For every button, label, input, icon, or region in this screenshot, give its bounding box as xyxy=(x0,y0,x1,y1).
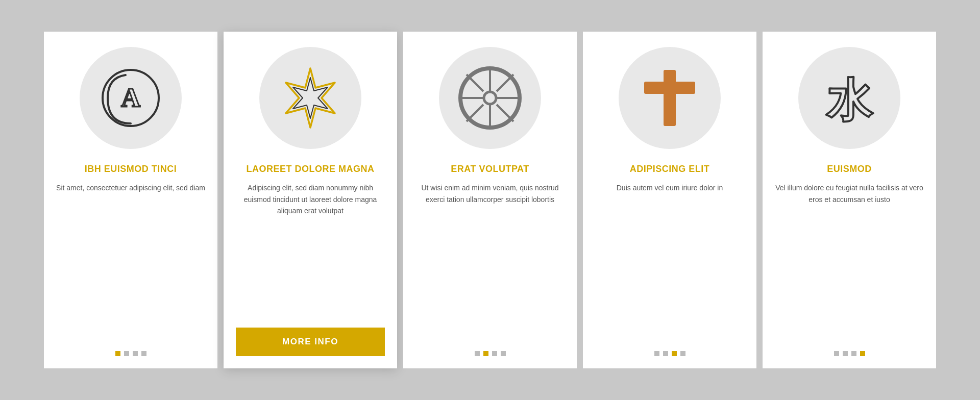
svg-line-11 xyxy=(497,105,513,121)
icon-circle-4 xyxy=(619,47,721,149)
svg-line-13 xyxy=(467,105,483,121)
svg-rect-15 xyxy=(644,82,695,94)
card-5: 水 EUISMOD Vel illum dolore eu feugiat nu… xyxy=(763,32,936,368)
icon-circle-3 xyxy=(439,47,541,149)
svg-text:水: 水 xyxy=(826,76,873,126)
dot xyxy=(680,351,685,356)
dot xyxy=(141,351,146,356)
dot xyxy=(483,351,488,356)
svg-line-10 xyxy=(467,74,483,91)
dot xyxy=(501,351,506,356)
card-4-text: Duis autem vel eum iriure dolor in xyxy=(617,182,723,341)
dot xyxy=(843,351,848,356)
svg-text:A: A xyxy=(121,83,140,112)
icon-circle-1: A xyxy=(80,47,182,149)
dot xyxy=(834,351,839,356)
card-1-text: Sit amet, consectetuer adipiscing elit, … xyxy=(56,182,205,341)
dot xyxy=(672,351,677,356)
dot xyxy=(654,351,659,356)
cards-container: A IBH EUISMOD TINCI Sit amet, consectetu… xyxy=(44,32,936,368)
cross-icon xyxy=(634,62,705,134)
dot xyxy=(124,351,129,356)
kanji-icon: 水 xyxy=(814,62,885,134)
dot xyxy=(663,351,668,356)
dot xyxy=(860,351,865,356)
dot xyxy=(475,351,480,356)
card-5-title: EUISMOD xyxy=(827,163,872,175)
dharma-icon xyxy=(454,62,526,134)
card-2: LAOREET DOLORE MAGNA Adipiscing elit, se… xyxy=(224,32,397,368)
svg-line-12 xyxy=(497,74,513,91)
card-2-title: LAOREET DOLORE MAGNA xyxy=(247,163,375,175)
card-4-dots xyxy=(654,351,685,356)
svg-point-5 xyxy=(484,92,496,104)
dot xyxy=(492,351,497,356)
icon-circle-5: 水 xyxy=(798,47,900,149)
svg-rect-14 xyxy=(664,70,676,126)
atheism-icon: A xyxy=(97,65,164,131)
dot xyxy=(851,351,856,356)
more-info-button[interactable]: MORE INFO xyxy=(236,328,385,356)
dot xyxy=(115,351,120,356)
bahai-icon xyxy=(275,62,346,134)
card-4-title: ADIPISCING ELIT xyxy=(630,163,710,175)
card-1: A IBH EUISMOD TINCI Sit amet, consectetu… xyxy=(44,32,217,368)
card-5-dots xyxy=(834,351,865,356)
icon-circle-2 xyxy=(259,47,361,149)
card-3: ERAT VOLUTPAT Ut wisi enim ad minim veni… xyxy=(403,32,577,368)
card-3-dots xyxy=(475,351,506,356)
dot xyxy=(133,351,138,356)
card-3-text: Ut wisi enim ad minim veniam, quis nostr… xyxy=(415,182,565,341)
card-2-text: Adipiscing elit, sed diam nonummy nibh e… xyxy=(236,182,385,318)
card-4: ADIPISCING ELIT Duis autem vel eum iriur… xyxy=(583,32,756,368)
card-3-title: ERAT VOLUTPAT xyxy=(451,163,529,175)
card-5-text: Vel illum dolore eu feugiat nulla facili… xyxy=(775,182,924,341)
card-1-dots xyxy=(115,351,146,356)
card-1-title: IBH EUISMOD TINCI xyxy=(85,163,177,175)
